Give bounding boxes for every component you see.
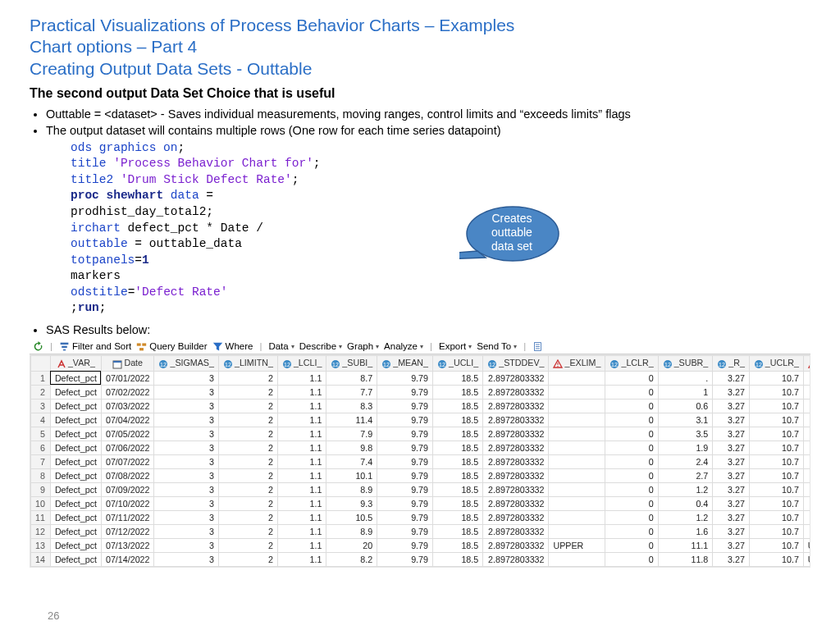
- table-cell[interactable]: 10: [31, 496, 51, 510]
- export-menu[interactable]: Export ▾: [439, 341, 472, 351]
- table-cell[interactable]: 07/08/2022: [101, 468, 154, 482]
- table-cell[interactable]: 10.1: [326, 468, 377, 482]
- table-cell[interactable]: 10.7: [749, 413, 803, 427]
- table-cell[interactable]: 0: [605, 441, 658, 454]
- table-row[interactable]: 2Defect_pct07/02/2022321.17.79.7918.52.8…: [31, 385, 811, 399]
- analyze-menu[interactable]: Analyze ▾: [384, 341, 423, 351]
- table-cell[interactable]: 07/10/2022: [101, 496, 154, 510]
- table-cell[interactable]: 3: [154, 413, 218, 427]
- table-cell[interactable]: 3.27: [713, 538, 750, 552]
- table-cell[interactable]: [803, 496, 810, 510]
- table-cell[interactable]: 07/13/2022: [101, 538, 154, 552]
- table-cell[interactable]: 0: [605, 399, 658, 413]
- column-header[interactable]: _VAR_: [50, 355, 101, 371]
- column-header[interactable]: 12_MEAN_: [377, 355, 433, 371]
- table-cell[interactable]: 11.1: [658, 538, 713, 552]
- table-cell[interactable]: 2.8972803332: [483, 496, 549, 510]
- table-cell[interactable]: 1.9: [658, 441, 713, 454]
- column-header[interactable]: 12_SUBI_: [326, 355, 377, 371]
- table-cell[interactable]: 8.3: [326, 399, 377, 413]
- table-cell[interactable]: 9: [31, 482, 51, 496]
- table-row[interactable]: 10Defect_pct07/10/2022321.19.39.7918.52.…: [31, 496, 811, 510]
- table-cell[interactable]: Defect_pct: [50, 413, 101, 427]
- table-cell[interactable]: 0: [605, 413, 658, 427]
- table-cell[interactable]: 18.5: [432, 552, 482, 566]
- table-cell[interactable]: 3.27: [713, 552, 750, 566]
- table-row[interactable]: 5Defect_pct07/05/2022321.17.99.7918.52.8…: [31, 427, 811, 441]
- column-header[interactable]: 12_SIGMAS_: [154, 355, 218, 371]
- table-cell[interactable]: 4: [31, 413, 51, 427]
- table-cell[interactable]: 1.1: [277, 385, 326, 399]
- table-cell[interactable]: 9.79: [377, 441, 433, 454]
- table-cell[interactable]: 9.8: [326, 441, 377, 454]
- column-header[interactable]: 12_LCLR_: [605, 355, 658, 371]
- table-cell[interactable]: [803, 524, 810, 538]
- table-cell[interactable]: Defect_pct: [50, 468, 101, 482]
- refresh-button[interactable]: [33, 341, 43, 352]
- table-cell[interactable]: 18.5: [432, 441, 482, 454]
- table-cell[interactable]: 3.27: [713, 510, 750, 524]
- table-cell[interactable]: 3.27: [713, 399, 750, 413]
- table-cell[interactable]: 0: [605, 454, 658, 468]
- column-header[interactable]: 12_UCLI_: [432, 355, 482, 371]
- table-cell[interactable]: 9.79: [377, 413, 433, 427]
- table-cell[interactable]: 07/06/2022: [101, 441, 154, 454]
- table-cell[interactable]: Defect_pct: [50, 371, 101, 385]
- table-cell[interactable]: 1.1: [277, 399, 326, 413]
- table-cell[interactable]: Defect_pct: [50, 482, 101, 496]
- table-cell[interactable]: 0: [605, 538, 658, 552]
- table-cell[interactable]: [549, 510, 605, 524]
- table-cell[interactable]: 2: [218, 413, 277, 427]
- table-cell[interactable]: 3: [154, 524, 218, 538]
- table-cell[interactable]: 8.7: [326, 371, 377, 385]
- query-builder-button[interactable]: Query Builder: [136, 341, 207, 352]
- table-cell[interactable]: [803, 371, 810, 385]
- table-cell[interactable]: [803, 482, 810, 496]
- table-cell[interactable]: 9.79: [377, 552, 433, 566]
- table-cell[interactable]: 1.1: [277, 552, 326, 566]
- table-cell[interactable]: Defect_pct: [50, 524, 101, 538]
- column-header[interactable]: 12_LIMITN_: [218, 355, 277, 371]
- table-cell[interactable]: 2: [218, 399, 277, 413]
- table-cell[interactable]: 8: [31, 468, 51, 482]
- column-header[interactable]: 12_LCLI_: [277, 355, 326, 371]
- table-cell[interactable]: 1: [31, 371, 51, 385]
- table-cell[interactable]: 13: [31, 538, 51, 552]
- table-cell[interactable]: 2.8972803332: [483, 371, 549, 385]
- table-cell[interactable]: 9.79: [377, 399, 433, 413]
- table-row[interactable]: 6Defect_pct07/06/2022321.19.89.7918.52.8…: [31, 441, 811, 454]
- table-cell[interactable]: 11.4: [326, 413, 377, 427]
- table-row[interactable]: 7Defect_pct07/07/2022321.17.49.7918.52.8…: [31, 454, 811, 468]
- table-cell[interactable]: 2.8972803332: [483, 468, 549, 482]
- table-cell[interactable]: 9.79: [377, 524, 433, 538]
- table-cell[interactable]: 9.79: [377, 385, 433, 399]
- table-cell[interactable]: 3: [154, 441, 218, 454]
- table-cell[interactable]: 3.5: [658, 427, 713, 441]
- table-cell[interactable]: 2.8972803332: [483, 482, 549, 496]
- table-cell[interactable]: 9.79: [377, 427, 433, 441]
- table-cell[interactable]: .: [658, 371, 713, 385]
- table-cell[interactable]: 1.6: [658, 524, 713, 538]
- table-cell[interactable]: UPPER: [803, 538, 810, 552]
- table-cell[interactable]: 1.1: [277, 538, 326, 552]
- column-header[interactable]: 12_UCLR_: [749, 355, 803, 371]
- table-cell[interactable]: Defect_pct: [50, 427, 101, 441]
- table-cell[interactable]: 2.8972803332: [483, 510, 549, 524]
- table-cell[interactable]: 3: [154, 482, 218, 496]
- table-cell[interactable]: [549, 552, 605, 566]
- table-cell[interactable]: 10.7: [749, 552, 803, 566]
- table-cell[interactable]: UPPER: [549, 538, 605, 552]
- table-cell[interactable]: [803, 385, 810, 399]
- table-cell[interactable]: 2.7: [658, 468, 713, 482]
- table-cell[interactable]: 18.5: [432, 399, 482, 413]
- table-cell[interactable]: 10.7: [749, 441, 803, 454]
- table-cell[interactable]: 2: [31, 385, 51, 399]
- table-cell[interactable]: [549, 413, 605, 427]
- table-cell[interactable]: 07/02/2022: [101, 385, 154, 399]
- table-cell[interactable]: 2: [218, 496, 277, 510]
- table-cell[interactable]: 3: [154, 552, 218, 566]
- table-cell[interactable]: 9.79: [377, 496, 433, 510]
- table-cell[interactable]: 7.7: [326, 385, 377, 399]
- table-cell[interactable]: 2: [218, 427, 277, 441]
- table-cell[interactable]: 5: [31, 427, 51, 441]
